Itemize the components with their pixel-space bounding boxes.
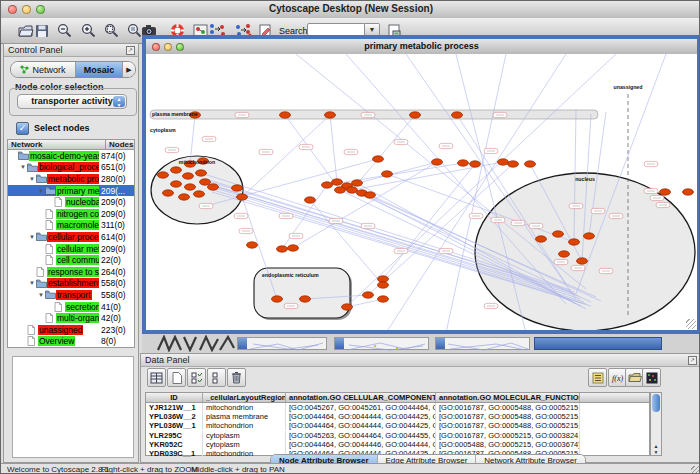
disclosure-triangle-icon[interactable]: ▼ xyxy=(37,188,45,194)
graph-node[interactable] xyxy=(200,179,211,185)
graph-node[interactable] xyxy=(325,112,336,118)
table-cell[interactable]: YKR052C xyxy=(146,440,203,449)
table-row-ylr295c[interactable]: YLR295Ccytoplasm[GO:0045263, GO:0044464,… xyxy=(146,431,649,440)
delete-attribute-icon[interactable] xyxy=(227,368,246,387)
create-attribute-icon[interactable] xyxy=(167,368,186,387)
graph-node[interactable] xyxy=(508,161,519,167)
graph-node[interactable] xyxy=(352,180,363,186)
tree-row-nucleobase-[interactable]: nucleobase-209(0) xyxy=(8,196,134,208)
graph-node[interactable] xyxy=(382,171,393,177)
tree-row-transport[interactable]: ▼transport558(0) xyxy=(8,289,134,301)
column-header-id[interactable]: ID xyxy=(146,393,203,402)
graph-node[interactable] xyxy=(363,292,374,298)
canvas-resize-grip[interactable] xyxy=(686,319,696,329)
minimized-network-window[interactable] xyxy=(334,337,429,350)
graph-node[interactable] xyxy=(277,246,288,252)
graph-node[interactable] xyxy=(335,187,346,193)
graph-node[interactable] xyxy=(196,170,207,176)
graph-node[interactable] xyxy=(470,161,481,167)
column-header-cellular[interactable]: annotation.GO CELLULAR_COMPONENT xyxy=(286,393,436,402)
tree-row-multi-organism-pro[interactable]: multi-organism pro42(0) xyxy=(8,312,134,324)
tab-mosaic[interactable]: Mosaic xyxy=(76,62,123,77)
attribute-list-icon[interactable] xyxy=(588,368,607,387)
table-cell[interactable]: [GO:0045267, GO:0045261, GO:0044464, G..… xyxy=(286,403,436,412)
graph-node[interactable] xyxy=(183,173,194,179)
node-color-dropdown[interactable]: transporter activity ▲▼ xyxy=(17,94,127,109)
disclosure-triangle-icon[interactable]: ▼ xyxy=(28,234,36,240)
table-cell[interactable]: plasma membrane xyxy=(203,412,286,421)
attribute-table[interactable]: ID_cellularLayoutRegionannotation.GO CEL… xyxy=(145,392,650,456)
table-cell[interactable]: cytoplasm xyxy=(203,440,286,449)
graph-node[interactable] xyxy=(300,296,311,302)
table-cell[interactable]: [GO:0016787, GO:0005488, GO:0005215, G..… xyxy=(436,421,580,430)
tree-row-cell-communicat[interactable]: cell communicat22(0) xyxy=(8,254,134,266)
float-data-panel-icon[interactable]: ↗ xyxy=(688,356,697,365)
minimized-network-window[interactable] xyxy=(435,337,530,350)
disclosure-triangle-icon[interactable]: ▼ xyxy=(28,176,36,182)
table-cell[interactable]: [GO:0016787, GO:0005488, GO:0005215, G..… xyxy=(436,403,580,412)
graph-node[interactable] xyxy=(288,245,299,251)
graph-node[interactable] xyxy=(410,112,421,118)
graph-node[interactable] xyxy=(247,242,258,248)
scrollbar-thumb[interactable] xyxy=(652,394,660,412)
table-cell[interactable]: mitochondrion xyxy=(203,403,286,412)
table-row-ypl036w__2[interactable]: YPL036W__2plasma membrane[GO:0044464, GO… xyxy=(146,412,649,421)
minimized-network-window[interactable] xyxy=(237,337,327,350)
tree-row-cellular-process[interactable]: ▼cellular process614(0) xyxy=(8,231,134,243)
tree-row-cellular-metabo[interactable]: cellular metabo209(0) xyxy=(8,243,134,255)
float-panel-icon[interactable]: ↗ xyxy=(126,46,135,55)
graph-node[interactable] xyxy=(305,197,316,203)
table-cell[interactable]: [GO:0044464, GO:0044444, GO:0044425, G..… xyxy=(286,412,436,421)
graph-node[interactable] xyxy=(378,282,389,288)
table-cell[interactable]: YPL036W__2 xyxy=(146,412,203,421)
select-all-attributes-icon[interactable] xyxy=(187,368,206,387)
disclosure-triangle-icon[interactable]: ▼ xyxy=(28,280,36,286)
table-cell[interactable]: YJR121W__1 xyxy=(146,403,203,412)
graph-node[interactable] xyxy=(660,189,671,195)
graph-node[interactable] xyxy=(171,181,182,187)
select-attributes-icon[interactable] xyxy=(147,368,166,387)
table-cell[interactable]: [GO:0044464, GO:0044444, GO:0044425, G..… xyxy=(286,421,436,430)
graph-node[interactable] xyxy=(332,179,343,185)
tree-row-primary-metabo[interactable]: ▼primary metabo209(... xyxy=(8,185,134,197)
disclosure-triangle-icon[interactable]: ▼ xyxy=(19,164,27,170)
column-header-molecular[interactable]: annotation.GO MOLECULAR_FUNCTION xyxy=(436,393,580,402)
tree-row-mosaic-demo-yeast[interactable]: mosaic-demo-yeast874(0) xyxy=(8,150,134,162)
graph-node[interactable] xyxy=(378,296,389,302)
table-cell[interactable]: [GO:0016787, GO:0005215, GO:0003824, G..… xyxy=(436,431,580,440)
graph-node[interactable] xyxy=(342,304,353,310)
network-view-titlebar[interactable]: primary metabolic process xyxy=(146,39,697,55)
graph-node[interactable] xyxy=(458,160,469,166)
graph-node[interactable] xyxy=(553,231,564,237)
graph-node[interactable] xyxy=(452,112,463,118)
network-view-window[interactable]: primary metabolic process plasma membran… xyxy=(142,35,700,334)
disclosure-triangle-icon[interactable]: ▼ xyxy=(37,292,45,298)
tree-row-macromolecule[interactable]: macromolecule311(0) xyxy=(8,220,134,232)
table-row-ykr052c[interactable]: YKR052Ccytoplasm[GO:0044464, GO:0044446,… xyxy=(146,440,649,449)
graph-node[interactable] xyxy=(185,184,196,190)
graph-node[interactable] xyxy=(498,159,509,165)
tree-row-secretion[interactable]: secretion41(0) xyxy=(8,301,134,313)
graph-node[interactable] xyxy=(179,194,190,200)
table-cell[interactable]: YPL036W__1 xyxy=(146,421,203,430)
attribute-matrix-icon[interactable] xyxy=(642,368,661,387)
tree-row-establishment-of-lo[interactable]: ▼establishment of lo558(0) xyxy=(8,278,134,290)
window-titlebar[interactable]: Cytoscape Desktop (New Session) xyxy=(1,1,700,19)
table-scrollbar[interactable]: ▲▼ xyxy=(650,392,662,456)
tree-row-metabolic-process[interactable]: ▼metabolic process280(0) xyxy=(8,173,134,185)
graph-node[interactable] xyxy=(237,194,248,200)
graph-node[interactable] xyxy=(569,239,580,245)
graph-node[interactable] xyxy=(280,112,291,118)
tab-network[interactable]: Network xyxy=(11,62,76,77)
graph-node[interactable] xyxy=(584,233,595,239)
graph-node[interactable] xyxy=(232,185,243,191)
graph-node[interactable] xyxy=(347,187,358,193)
minimized-window-bar[interactable] xyxy=(534,337,662,350)
graph-node[interactable] xyxy=(378,276,389,282)
graph-node[interactable] xyxy=(158,172,169,178)
table-cell[interactable]: cytoplasm xyxy=(203,431,286,440)
graph-node[interactable] xyxy=(208,184,219,190)
tree-column-network[interactable]: Network xyxy=(8,140,106,149)
graph-node[interactable] xyxy=(432,159,443,165)
table-row-yjr121w__1[interactable]: YJR121W__1mitochondrion[GO:0045267, GO:0… xyxy=(146,403,649,412)
